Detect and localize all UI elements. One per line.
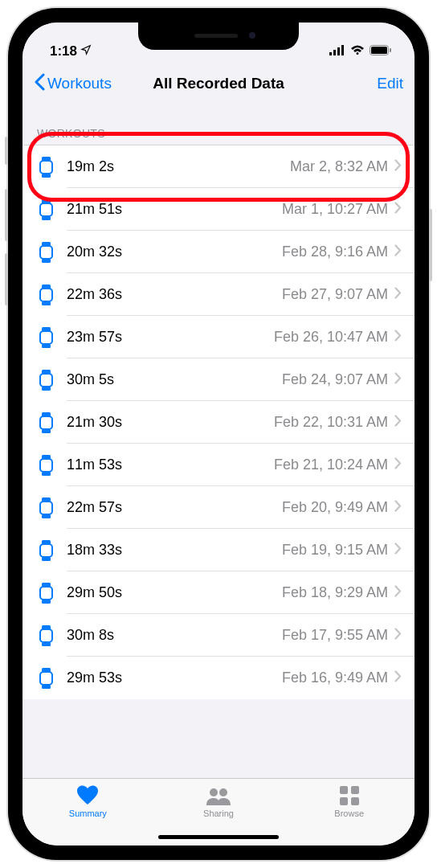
power-button <box>429 209 432 281</box>
svg-rect-51 <box>351 797 359 805</box>
nav-bar: Workouts All Recorded Data Edit <box>22 63 415 104</box>
notch <box>138 23 299 50</box>
apple-watch-icon <box>37 157 55 178</box>
home-indicator[interactable] <box>158 835 279 839</box>
workout-row[interactable]: 22m 36sFeb 27, 9:07 AM <box>22 273 415 316</box>
summary-icon <box>76 785 99 806</box>
workout-timestamp: Mar 2, 8:32 AM <box>290 158 388 175</box>
chevron-right-icon <box>394 202 402 217</box>
battery-icon <box>370 43 392 59</box>
svg-rect-12 <box>40 203 52 216</box>
back-button[interactable]: Workouts <box>34 73 112 95</box>
chevron-right-icon <box>394 628 402 643</box>
cellular-signal-icon <box>329 43 345 59</box>
tab-label: Sharing <box>203 809 234 818</box>
tab-label: Browse <box>334 809 364 818</box>
chevron-right-icon <box>394 500 402 515</box>
svg-point-46 <box>210 788 218 796</box>
location-arrow-icon <box>80 43 92 59</box>
svg-rect-1 <box>333 50 336 55</box>
workout-row[interactable]: 29m 53sFeb 16, 9:49 AM <box>22 657 415 699</box>
svg-rect-0 <box>329 52 332 55</box>
edit-button[interactable]: Edit <box>377 75 403 92</box>
workout-row[interactable]: 29m 50sFeb 18, 9:29 AM <box>22 571 415 614</box>
svg-rect-30 <box>40 459 52 472</box>
workout-row[interactable]: 18m 33sFeb 19, 9:15 AM <box>22 529 415 571</box>
workout-row[interactable]: 21m 51sMar 1, 10:27 AM <box>22 188 415 231</box>
chevron-right-icon <box>394 159 402 174</box>
workout-row[interactable]: 23m 57sFeb 26, 10:47 AM <box>22 316 415 358</box>
apple-watch-icon <box>37 412 55 433</box>
apple-watch-icon <box>37 199 55 220</box>
workout-timestamp: Feb 26, 10:47 AM <box>274 329 388 346</box>
chevron-right-icon <box>394 585 402 600</box>
status-time: 1:18 <box>50 43 77 59</box>
chevron-right-icon <box>394 457 402 473</box>
volume-down <box>5 253 8 305</box>
phone-screen: 1:18 Wor <box>22 23 415 845</box>
browse-icon <box>340 785 359 806</box>
workout-timestamp: Feb 28, 9:16 AM <box>282 244 388 260</box>
svg-rect-15 <box>40 246 52 259</box>
svg-rect-27 <box>40 416 52 429</box>
workout-timestamp: Feb 22, 10:31 AM <box>274 414 388 431</box>
tab-browse[interactable]: Browse <box>284 785 415 845</box>
svg-rect-33 <box>40 502 52 514</box>
workout-timestamp: Feb 21, 10:24 AM <box>274 457 388 473</box>
workout-timestamp: Feb 20, 9:49 AM <box>282 499 388 516</box>
svg-rect-48 <box>340 786 348 794</box>
wifi-icon <box>350 43 365 59</box>
workout-duration: 11m 53s <box>67 457 122 473</box>
workout-duration: 19m 2s <box>67 158 114 175</box>
section-header: WORKOUTS <box>22 104 415 145</box>
svg-rect-18 <box>40 289 52 301</box>
back-label: Workouts <box>47 75 112 92</box>
workout-row[interactable]: 11m 53sFeb 21, 10:24 AM <box>22 444 415 486</box>
tab-label: Summary <box>69 809 107 818</box>
workout-timestamp: Feb 16, 9:49 AM <box>282 669 388 686</box>
chevron-right-icon <box>394 670 402 686</box>
svg-rect-5 <box>371 47 387 54</box>
apple-watch-icon <box>37 497 55 518</box>
mute-switch <box>5 137 8 165</box>
workout-row[interactable]: 20m 32sFeb 28, 9:16 AM <box>22 231 415 273</box>
svg-rect-42 <box>40 629 52 642</box>
apple-watch-icon <box>37 370 55 391</box>
chevron-right-icon <box>394 415 402 430</box>
workout-duration: 30m 8s <box>67 627 114 644</box>
workout-duration: 22m 36s <box>67 286 122 303</box>
chevron-right-icon <box>394 330 402 345</box>
workout-row[interactable]: 19m 2sMar 2, 8:32 AM <box>22 145 415 188</box>
apple-watch-icon <box>37 242 55 263</box>
svg-rect-6 <box>390 48 391 52</box>
svg-rect-9 <box>40 161 52 174</box>
workout-row[interactable]: 21m 30sFeb 22, 10:31 AM <box>22 401 415 444</box>
chevron-right-icon <box>394 542 402 558</box>
chevron-right-icon <box>394 244 402 260</box>
workout-duration: 22m 57s <box>67 499 122 516</box>
apple-watch-icon <box>37 540 55 561</box>
workout-row[interactable]: 30m 5sFeb 24, 9:07 AM <box>22 358 415 401</box>
workout-duration: 18m 33s <box>67 542 122 559</box>
content: WORKOUTS 19m 2sMar 2, 8:32 AM21m 51sMar … <box>22 104 415 778</box>
workout-row[interactable]: 22m 57sFeb 20, 9:49 AM <box>22 486 415 529</box>
workout-duration: 29m 53s <box>67 669 122 686</box>
svg-rect-24 <box>40 374 52 387</box>
svg-point-47 <box>219 788 227 796</box>
apple-watch-icon <box>37 327 55 348</box>
tab-summary[interactable]: Summary <box>22 785 153 845</box>
apple-watch-icon <box>37 668 55 689</box>
workout-timestamp: Feb 27, 9:07 AM <box>282 286 388 303</box>
svg-rect-2 <box>337 47 340 55</box>
workout-duration: 30m 5s <box>67 371 114 388</box>
chevron-right-icon <box>394 372 402 387</box>
workout-duration: 21m 30s <box>67 414 122 431</box>
workout-timestamp: Feb 18, 9:29 AM <box>282 584 388 601</box>
svg-rect-50 <box>340 797 348 805</box>
sharing-icon <box>205 785 232 806</box>
svg-rect-49 <box>351 786 359 794</box>
svg-rect-3 <box>341 45 344 55</box>
svg-rect-36 <box>40 544 52 557</box>
workout-row[interactable]: 30m 8sFeb 17, 9:55 AM <box>22 614 415 657</box>
workout-timestamp: Feb 17, 9:55 AM <box>282 627 388 644</box>
